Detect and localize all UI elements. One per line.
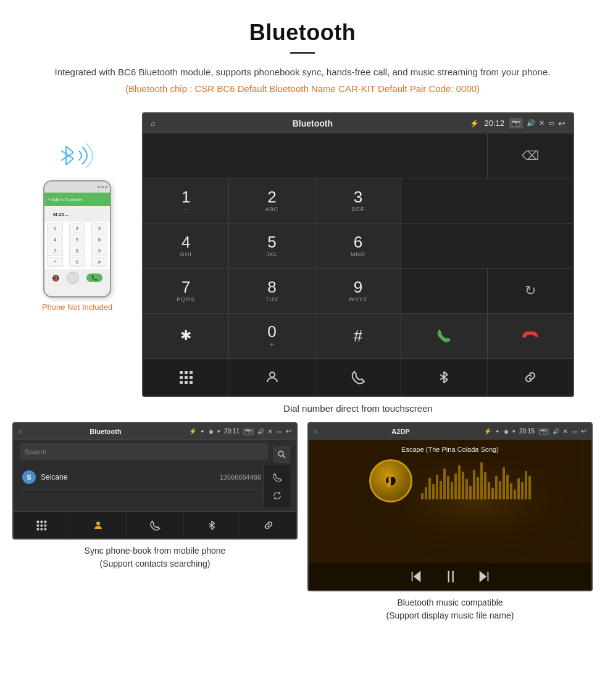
- backspace-key[interactable]: ⌫: [488, 133, 573, 178]
- svg-line-3: [66, 159, 73, 165]
- play-pause-icon[interactable]: [441, 568, 459, 585]
- phone-action-icon[interactable]: [268, 468, 286, 486]
- phone-key-1: 1: [47, 223, 63, 233]
- contact-info-area: S Seicane 13566664466: [20, 465, 264, 507]
- dial-sub: +: [270, 341, 274, 348]
- dial-key-6[interactable]: 6 MNO: [315, 223, 401, 268]
- dial-num: 7: [182, 279, 190, 295]
- pb-wifi-icon: ▾: [217, 428, 220, 435]
- dial-sub: TUV: [265, 296, 278, 302]
- prev-icon[interactable]: [409, 570, 423, 583]
- svg-line-21: [283, 456, 286, 459]
- func-bluetooth-icon[interactable]: [401, 359, 487, 396]
- dial-key-4[interactable]: 4 GHI: [143, 223, 228, 268]
- dial-sub: JKL: [266, 251, 278, 257]
- pb-bt-icon: ✦: [200, 428, 205, 435]
- add-contacts-label: + Add to Contacts: [48, 198, 82, 202]
- end-call-button[interactable]: [488, 314, 573, 358]
- dial-key-3[interactable]: 3 DEF: [315, 178, 401, 223]
- pb-func-bt[interactable]: [183, 512, 240, 538]
- dial-num: 1: [182, 189, 190, 205]
- dial-empty-r1: [401, 178, 573, 223]
- dial-sub: MNO: [351, 251, 365, 257]
- pb-time: 20:11: [224, 428, 240, 435]
- viz-bar: [495, 476, 498, 499]
- dial-key-5[interactable]: 5 JKL: [229, 223, 314, 268]
- dial-key-2[interactable]: 2 ABC: [229, 178, 314, 223]
- dial-key-refresh[interactable]: ↻: [488, 269, 573, 313]
- pb-func-call[interactable]: [127, 512, 184, 538]
- viz-bar: [458, 465, 461, 499]
- dial-key-hash[interactable]: #: [315, 314, 401, 358]
- phone-key-8: 8: [69, 246, 85, 256]
- phone-key-6: 6: [91, 235, 107, 244]
- bluetooth-signal: [52, 137, 102, 174]
- svg-rect-5: [180, 371, 183, 374]
- dial-key-8[interactable]: 8 TUV: [229, 269, 314, 313]
- pb-back-icon[interactable]: ↩: [286, 427, 291, 435]
- home-icon[interactable]: ⌂: [151, 119, 155, 128]
- pb-window-icon: ▭: [277, 428, 282, 435]
- ms-wifi-icon: ▾: [512, 428, 515, 435]
- pb-volume-icon: 🔊: [257, 428, 264, 435]
- pb-caption-line1: Sync phone-book from mobile phone: [85, 546, 226, 556]
- dial-key-1[interactable]: 1 ∙∙: [143, 178, 228, 223]
- status-time: 20:12: [484, 119, 504, 128]
- dialpad-status-bar: ⌂ Bluetooth ⚡ 20:12 📷 🔊 ✕ ▭ ↩: [143, 114, 573, 133]
- viz-bar: [491, 488, 494, 499]
- viz-bar: [525, 471, 527, 499]
- ms-usb-icon: ⚡: [484, 428, 491, 435]
- func-call-icon[interactable]: [315, 359, 401, 396]
- func-link-icon[interactable]: [488, 359, 573, 396]
- dial-key-7[interactable]: 7 PQRS: [143, 269, 228, 313]
- pb-func-dialpad[interactable]: [14, 512, 70, 538]
- pb-home-icon[interactable]: ⌂: [19, 428, 22, 435]
- refresh-action-icon[interactable]: [268, 486, 286, 505]
- ms-back-icon[interactable]: ↩: [581, 427, 586, 435]
- dial-key-star[interactable]: ✱: [143, 314, 228, 358]
- ms-home-icon[interactable]: ⌂: [314, 428, 317, 435]
- call-button[interactable]: [401, 314, 486, 358]
- viz-bar: [454, 473, 457, 499]
- phonebook-search-bar[interactable]: Search: [20, 443, 268, 460]
- phone-home-button: [67, 272, 79, 284]
- music-card: ⌂ A2DP ⚡ ✦ ◉ ▾ 20:15 📷 🔊 ✕ ▭ ↩: [307, 422, 593, 622]
- ms-camera-icon: 📷: [538, 428, 549, 435]
- dial-sub: DEF: [351, 206, 364, 212]
- album-art: [369, 459, 412, 502]
- phone-number-display: M:20...: [53, 212, 69, 217]
- phone-key-2: 2: [69, 223, 85, 233]
- pb-caption-line2: (Support contacts searching): [100, 559, 211, 569]
- contact-avatar: S: [22, 470, 36, 484]
- dial-key-9[interactable]: 9 WXYZ: [315, 269, 401, 313]
- camera-icon: 📷: [509, 118, 523, 128]
- phone-bottom-bar: 📵 📞: [44, 269, 110, 286]
- phonebook-contact[interactable]: S Seicane 13566664466: [20, 465, 264, 490]
- phone-dot: [105, 186, 107, 188]
- func-contacts-icon[interactable]: [229, 359, 315, 396]
- pb-func-person[interactable]: [70, 512, 127, 538]
- svg-rect-24: [44, 520, 47, 523]
- music-song-title: Escape (The Pina Colada Song): [401, 446, 499, 453]
- phone-key-star: *: [47, 257, 63, 267]
- func-dialpad-icon[interactable]: [143, 359, 229, 396]
- viz-bar: [517, 478, 520, 499]
- phone-top-bar: [44, 181, 110, 193]
- pb-func-link[interactable]: [240, 512, 296, 538]
- back-icon[interactable]: ↩: [558, 119, 565, 128]
- music-album-area: [369, 459, 531, 502]
- viz-bar: [428, 478, 431, 499]
- ms-location-icon: ◉: [504, 428, 509, 435]
- svg-point-31: [96, 522, 100, 525]
- dial-key-0[interactable]: 0 +: [229, 314, 314, 358]
- phonebook-content: Search S Seicane 13566664466: [14, 440, 296, 511]
- contact-actions: [264, 465, 290, 507]
- viz-bar: [469, 486, 472, 499]
- ms-close-icon: ✕: [563, 428, 568, 435]
- next-icon[interactable]: [477, 570, 491, 583]
- svg-rect-26: [41, 524, 43, 527]
- ms-window-icon: ▭: [572, 428, 577, 435]
- viz-bar: [465, 479, 468, 499]
- search-icon-btn[interactable]: [273, 446, 290, 463]
- phone-dialpad: 1 2 3 4 5 6 7 8 9 * 0 #: [44, 222, 110, 269]
